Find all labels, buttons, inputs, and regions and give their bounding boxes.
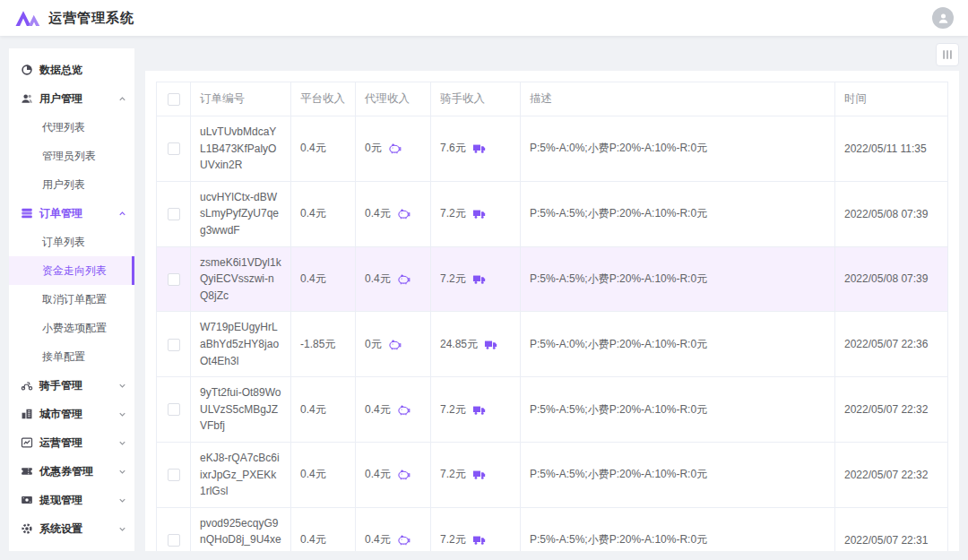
agent-income-value: 0.4元 <box>365 467 391 482</box>
sidebar-subitem[interactable]: 接单配置 <box>9 342 134 371</box>
delivery-truck-icon <box>472 468 486 481</box>
dashboard-icon <box>21 64 33 76</box>
column-header: 代理收入 <box>356 82 431 116</box>
description: P:5%-A:5%;小费P:20%-A:10%-R:0元 <box>521 377 835 443</box>
orders-icon <box>21 207 33 220</box>
rider-income-value: 24.85元 <box>440 337 478 352</box>
select-all-checkbox[interactable] <box>168 93 180 106</box>
rider-income-value: 7.6元 <box>440 141 466 156</box>
order-id: ucvHYlCtx-dBWsLmyPyfZyU7qeg3wwdF <box>191 181 291 246</box>
piggy-bank-icon <box>397 207 411 220</box>
sidebar-item-cities[interactable]: 城市管理 <box>9 400 134 428</box>
rider-income-value: 7.2元 <box>440 271 466 287</box>
sidebar-item-label: 骑手管理 <box>39 378 82 393</box>
piggy-bank-icon <box>397 272 411 286</box>
description: P:5%-A:0%;小费P:20%-A:10%-R:0元 <box>521 312 835 377</box>
delivery-truck-icon <box>472 207 486 220</box>
coupon-icon <box>21 465 33 478</box>
chevron-down-icon <box>117 438 127 448</box>
sidebar-subitem[interactable]: 订单列表 <box>9 228 134 256</box>
agent-income-value: 0元 <box>365 337 382 352</box>
row-checkbox[interactable] <box>168 403 180 416</box>
sidebar-item-dashboard[interactable]: 数据总览 <box>9 56 134 84</box>
rider-income-cell: 7.2元 <box>431 181 521 246</box>
row-checkbox[interactable] <box>168 469 180 481</box>
table-settings-button[interactable] <box>936 43 959 66</box>
table-row: ucvHYlCtx-dBWsLmyPyfZyU7qeg3wwdF0.4元0.4元… <box>157 181 948 246</box>
users-icon <box>21 92 33 105</box>
chevron-up-icon <box>117 209 127 219</box>
table-row: pvod925ecqyG9nQHoD8j_9U4xeOLd8Eo0.4元0.4元… <box>157 507 948 551</box>
sidebar-subitem[interactable]: 用户列表 <box>9 170 134 199</box>
order-id: pvod925ecqyG9nQHoD8j_9U4xeOLd8Eo <box>191 507 291 551</box>
sidebar-item-users[interactable]: 用户管理 <box>9 84 134 113</box>
column-header: 描述 <box>521 82 835 116</box>
column-header: 平台收入 <box>291 82 356 116</box>
order-id: uLvTUvbMdcaYL1B473KfPalyOUVxin2R <box>191 116 291 182</box>
sidebar-nav: 数据总览用户管理代理列表管理员列表用户列表订单管理订单列表资金走向列表取消订单配… <box>9 56 134 543</box>
column-header: 时间 <box>835 82 948 116</box>
table-row: 9yTt2fui-Ot89WoULVzS5cMBgJZVFbfj0.4元0.4元… <box>157 377 948 443</box>
sidebar-subitem[interactable]: 小费选项配置 <box>9 314 134 342</box>
description: P:5%-A:5%;小费P:20%-A:10%-R:0元 <box>521 246 835 312</box>
gear-icon <box>21 522 33 535</box>
logo-icon <box>14 9 41 27</box>
table-body: uLvTUvbMdcaYL1B473KfPalyOUVxin2R0.4元0元7.… <box>157 116 948 552</box>
row-checkbox[interactable] <box>168 534 180 547</box>
sidebar-item-settings[interactable]: 系统设置 <box>9 514 134 543</box>
chevron-down-icon <box>117 524 127 534</box>
agent-income-cell: 0.4元 <box>356 181 431 246</box>
sidebar-item-orders[interactable]: 订单管理 <box>9 199 134 228</box>
rider-income-cell: 7.2元 <box>431 442 521 507</box>
sidebar-item-operations[interactable]: 运营管理 <box>9 428 134 457</box>
sidebar-subitem[interactable]: 管理员列表 <box>9 142 134 170</box>
city-icon <box>21 408 33 420</box>
table-row: W719pEUgyHrLaBhYd5zHY8jaoOt4Eh3l-1.85元0元… <box>157 312 948 377</box>
order-id: 9yTt2fui-Ot89WoULVzS5cMBgJZVFbfj <box>191 377 291 443</box>
piggy-bank-icon <box>397 533 411 547</box>
sidebar-subitem[interactable]: 资金走向列表 <box>9 256 134 285</box>
sidebar-subitem[interactable]: 取消订单配置 <box>9 285 134 314</box>
sidebar-item-label: 提现管理 <box>39 493 82 508</box>
row-checkbox[interactable] <box>168 142 180 155</box>
user-icon <box>937 12 950 25</box>
description: P:5%-A:5%;小费P:20%-A:10%-R:0元 <box>521 181 835 246</box>
user-avatar-button[interactable] <box>932 7 954 29</box>
row-checkbox[interactable] <box>168 339 180 351</box>
chevron-down-icon <box>117 381 127 391</box>
piggy-bank-icon <box>397 468 411 481</box>
content-card: 订单编号平台收入代理收入骑手收入描述时间 uLvTUvbMdcaYL1B473K… <box>145 71 959 551</box>
sidebar-item-riders[interactable]: 骑手管理 <box>9 371 134 400</box>
time: 2022/05/07 22:31 <box>835 507 948 551</box>
sidebar-item-label: 运营管理 <box>39 435 82 451</box>
sidebar-item-coupons[interactable]: 优惠券管理 <box>9 457 134 486</box>
row-checkbox[interactable] <box>168 273 180 286</box>
agent-income-value: 0.4元 <box>365 206 391 221</box>
rider-income-cell: 7.6元 <box>431 116 521 182</box>
rider-income-value: 7.2元 <box>440 206 466 221</box>
time: 2022/05/08 07:39 <box>835 246 948 312</box>
delivery-truck-icon <box>472 533 486 547</box>
time: 2022/05/07 22:36 <box>835 312 948 377</box>
platform-income: 0.4元 <box>291 246 356 312</box>
rider-income-value: 7.2元 <box>440 467 466 482</box>
money-flow-table: 订单编号平台收入代理收入骑手收入描述时间 uLvTUvbMdcaYL1B473K… <box>156 82 948 551</box>
column-header: 订单编号 <box>191 82 291 116</box>
sidebar: 数据总览用户管理代理列表管理员列表用户列表订单管理订单列表资金走向列表取消订单配… <box>9 48 134 551</box>
time: 2022/05/07 22:32 <box>835 377 948 443</box>
columns-icon <box>941 48 954 61</box>
rider-income-cell: 7.2元 <box>431 377 521 443</box>
table-toolbar <box>145 43 959 66</box>
delivery-truck-icon <box>472 403 486 417</box>
piggy-bank-icon <box>388 338 402 351</box>
row-checkbox[interactable] <box>168 208 180 220</box>
app-logo: 运营管理系统 <box>14 9 134 27</box>
sidebar-item-label: 数据总览 <box>39 63 82 78</box>
delivery-truck-icon <box>472 272 486 286</box>
piggy-bank-icon <box>397 403 411 417</box>
sidebar-item-label: 城市管理 <box>39 407 82 422</box>
sidebar-item-withdraw[interactable]: 提现管理 <box>9 486 134 514</box>
sidebar-subitem[interactable]: 代理列表 <box>9 113 134 142</box>
page-layout: 数据总览用户管理代理列表管理员列表用户列表订单管理订单列表资金走向列表取消订单配… <box>0 36 968 560</box>
time: 2022/05/11 11:35 <box>835 116 948 182</box>
